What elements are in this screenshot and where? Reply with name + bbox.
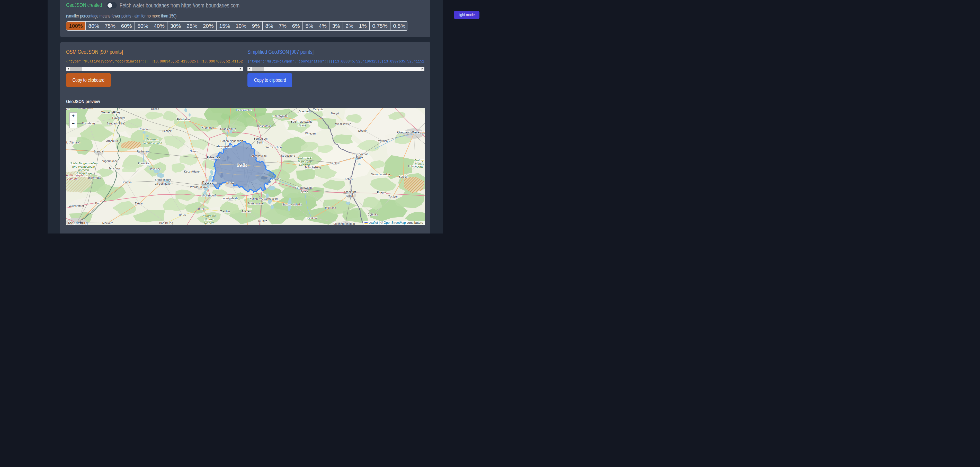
- svg-text:Spree: Spree: [301, 190, 308, 193]
- svg-text:Schw: Schw: [416, 165, 423, 168]
- svg-text:rk (Altmark): rk (Altmark): [66, 141, 80, 144]
- svg-text:Beeskow: Beeskow: [305, 216, 317, 219]
- svg-text:Naturpark: Naturpark: [202, 214, 216, 217]
- svg-text:Oderberg: Oderberg: [298, 110, 310, 113]
- svg-text:Ludwigsfelde: Ludwigsfelde: [221, 197, 238, 200]
- svg-text:Kremmen: Kremmen: [202, 126, 214, 129]
- svg-text:Berlin: Berlin: [237, 163, 247, 167]
- svg-text:Genthin: Genthin: [121, 181, 131, 184]
- svg-text:und Waldgebiete: und Waldgebiete: [72, 165, 95, 168]
- svg-text:Jerichow: Jerichow: [108, 167, 120, 170]
- svg-text:Ahrensfelde: Ahrensfelde: [251, 154, 267, 157]
- svg-text:Möckern: Möckern: [102, 221, 113, 224]
- svg-text:Werben (Elbe): Werben (Elbe): [101, 111, 120, 114]
- svg-text:Premnitz: Premnitz: [138, 162, 149, 165]
- svg-text:Brück: Brück: [179, 213, 186, 216]
- svg-text:Märkische: Märkische: [298, 160, 312, 163]
- svg-text:Wriezen: Wriezen: [305, 132, 316, 135]
- svg-text:Magdeburg: Magdeburg: [68, 221, 88, 225]
- svg-text:Bernau bei: Bernau bei: [254, 137, 267, 140]
- svg-text:Mittenwalde: Mittenwalde: [248, 202, 264, 205]
- svg-text:(Oder): (Oder): [298, 124, 305, 127]
- svg-text:Storkow (Mark): Storkow (Mark): [282, 203, 302, 206]
- svg-text:Potsdam: Potsdam: [202, 181, 216, 184]
- svg-text:Brandenburg: Brandenburg: [154, 178, 171, 181]
- svg-text:Rhinow: Rhinow: [138, 127, 148, 131]
- svg-text:Michendorf: Michendorf: [201, 194, 216, 197]
- svg-text:Seelow: Seelow: [330, 162, 339, 165]
- svg-text:Müllrose: Müllrose: [325, 206, 336, 209]
- svg-text:Berlin: Berlin: [257, 141, 264, 144]
- svg-text:Nauen: Nauen: [189, 150, 198, 153]
- svg-text:Teupitz: Teupitz: [258, 219, 267, 222]
- svg-text:Bad Freienwalde: Bad Freienwalde: [291, 120, 312, 123]
- svg-text:Kostrzyn nad: Kostrzyn nad: [352, 152, 368, 156]
- svg-text:Friesack: Friesack: [161, 129, 172, 132]
- svg-text:Biesenthal: Biesenthal: [257, 124, 270, 127]
- svg-text:nördlich: nördlich: [78, 168, 89, 172]
- svg-text:Moryń: Moryń: [331, 112, 339, 115]
- svg-text:Naturpark: Naturpark: [146, 138, 159, 141]
- svg-text:Zossen: Zossen: [242, 210, 251, 213]
- svg-text:Stendal: Stendal: [94, 150, 103, 153]
- svg-text:Eisenhüttenstadt: Eisenhüttenstadt: [333, 222, 355, 225]
- svg-text:Witnica: Witnica: [378, 140, 388, 143]
- svg-text:penübungsplatz: penübungsplatz: [66, 174, 86, 177]
- svg-text:Beelitz: Beelitz: [198, 208, 207, 211]
- svg-text:Torzym: Torzym: [388, 195, 398, 198]
- svg-text:Altmark: Altmark: [67, 177, 78, 180]
- svg-text:Burg: Burg: [95, 202, 101, 205]
- svg-text:Trebbin: Trebbin: [220, 210, 230, 213]
- svg-text:Hennigsdorf: Hennigsdorf: [216, 145, 232, 148]
- svg-text:Rathenow: Rathenow: [137, 150, 150, 153]
- svg-text:an der Havel: an der Havel: [155, 182, 171, 185]
- svg-text:Märkis: Märkis: [415, 162, 424, 165]
- svg-text:Eberswalde: Eberswalde: [273, 114, 288, 118]
- svg-text:Uchte-Tangerquellen: Uchte-Tangerquellen: [70, 162, 97, 165]
- svg-text:Tangerhütte: Tangerhütte: [86, 176, 101, 179]
- svg-text:Strausberg: Strausberg: [281, 154, 295, 157]
- svg-text:Havelsee: Havelsee: [149, 167, 161, 170]
- svg-text:Hohen Neuendorf: Hohen Neuendorf: [220, 140, 243, 143]
- svg-text:Ziesar: Ziesar: [135, 202, 143, 205]
- svg-text:Rzepin: Rzepin: [377, 191, 386, 194]
- svg-text:Fehrbellin: Fehrbellin: [177, 118, 190, 121]
- svg-text:Werneuchen: Werneuchen: [266, 146, 282, 149]
- svg-text:Cedynia: Cedynia: [313, 108, 323, 111]
- svg-text:Fürstenwalde/: Fürstenwalde/: [295, 186, 313, 189]
- svg-text:Westhavelland: Westhavelland: [142, 141, 162, 145]
- svg-text:Seehausen: Seehausen: [78, 108, 93, 109]
- svg-text:Tangermünde: Tangermünde: [100, 159, 118, 162]
- svg-text:Dosse: Dosse: [151, 108, 159, 110]
- svg-text:Ośno Lubuskie: Ośno Lubuskie: [371, 173, 390, 176]
- svg-text:Lebus: Lebus: [345, 178, 353, 181]
- svg-text:see: see: [66, 108, 70, 111]
- svg-text:Sandau (Elbe): Sandau (Elbe): [107, 122, 125, 125]
- svg-text:Bad Belzig: Bad Belzig: [159, 221, 173, 224]
- svg-text:Sulęcin: Sulęcin: [399, 175, 408, 178]
- svg-text:Dębno: Dębno: [358, 129, 366, 132]
- svg-text:Odrą: Odrą: [357, 156, 363, 159]
- svg-text:Mieszkowice: Mieszkowice: [335, 122, 351, 125]
- svg-text:Teltow: Teltow: [226, 181, 234, 184]
- svg-text:Königs Wusterhausen: Königs Wusterhausen: [250, 197, 278, 200]
- svg-text:Havelberg: Havelberg: [112, 116, 125, 119]
- svg-text:Gorzów Wielkopo: Gorzów Wielkopo: [397, 130, 425, 134]
- svg-text:Osterburg: Osterburg: [82, 122, 95, 125]
- svg-text:Erkner: Erkner: [272, 178, 280, 181]
- svg-text:Wolmirstedt: Wolmirstedt: [69, 205, 84, 208]
- svg-text:(Oder): (Oder): [346, 194, 354, 197]
- svg-text:Schweiz: Schweiz: [299, 163, 310, 167]
- svg-text:Ketzin/Havel: Ketzin/Havel: [184, 170, 200, 173]
- svg-text:Arneburg: Arneburg: [106, 140, 118, 143]
- svg-text:Falkensee: Falkensee: [207, 156, 220, 159]
- svg-text:Nuthe-: Nuthe-: [205, 218, 213, 221]
- svg-text:Frankfurt: Frankfurt: [344, 190, 356, 194]
- svg-text:Werder (Havel): Werder (Havel): [190, 186, 210, 189]
- svg-text:Nieplitz: Nieplitz: [204, 221, 214, 224]
- svg-text:Naturpark: Naturpark: [298, 157, 312, 160]
- svg-text:Naturp: Naturp: [415, 159, 424, 162]
- svg-text:Oranienburg: Oranienburg: [220, 127, 236, 130]
- svg-text:Cybinka: Cybinka: [368, 213, 378, 216]
- svg-text:Liebenwalde: Liebenwalde: [236, 108, 252, 111]
